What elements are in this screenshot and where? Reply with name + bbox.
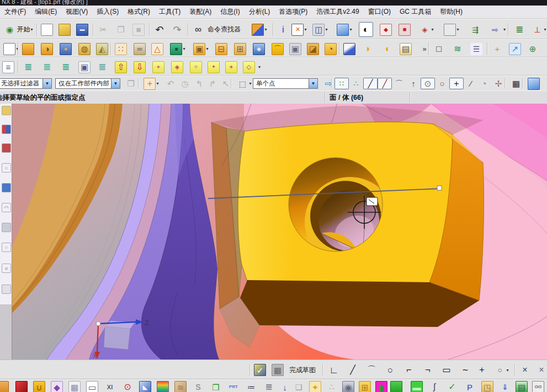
resource-bar[interactable]: ○◠○≡ [0, 104, 12, 359]
bend-button[interactable]: ⌒ [270, 41, 285, 56]
start-button-dropdown[interactable]: ▾ [30, 27, 33, 32]
boss-button[interactable]: ◍ [77, 41, 92, 56]
touch-mode-button[interactable]: ▾ [249, 22, 269, 37]
bottom-tool-8[interactable]: ◣ [138, 380, 152, 392]
pan-button[interactable]: + [490, 41, 504, 56]
bottom-tool-19[interactable]: ∴ [325, 380, 339, 392]
sidebar-tab-1[interactable] [2, 106, 11, 115]
boolean-button-dropdown[interactable]: ▾ [183, 46, 185, 51]
menu-item-9[interactable]: 分析(L) [245, 7, 275, 17]
quick-extend-button[interactable]: × [534, 363, 547, 377]
rollback-button[interactable]: ↶ [163, 78, 178, 89]
finish-sketch-icon[interactable]: ✓ [253, 363, 267, 377]
sheet-button[interactable]: ▤ [399, 41, 413, 56]
bottom-tool-23[interactable] [392, 380, 401, 392]
ellipse-button-dropdown[interactable]: ▾ [506, 368, 508, 373]
display-mode-button-dropdown[interactable]: ▾ [349, 27, 352, 32]
touch-mode-button-dropdown[interactable]: ▾ [264, 27, 267, 32]
start-button[interactable]: ◉开始▾ [1, 22, 35, 37]
sidebar-tab-3[interactable] [2, 143, 11, 153]
snap-sphere-button[interactable]: ◔ [477, 78, 491, 89]
pocket-button[interactable]: ◭ [95, 41, 109, 56]
general-selection-button-dropdown[interactable]: ▾ [156, 81, 158, 86]
bottom-tool-0[interactable] [0, 380, 10, 392]
selection-scope-combo-dropdown[interactable]: ▼ [111, 79, 120, 88]
save-button[interactable]: ▬ [75, 22, 89, 37]
menu-item-11[interactable]: 浩强工具v2.49 [312, 7, 363, 17]
line-button[interactable]: ╱ [346, 363, 360, 377]
bottom-tool-9[interactable] [156, 380, 170, 392]
move-a-button[interactable]: ↰ [192, 78, 206, 89]
sketch-env-button[interactable]: ▦ [270, 363, 285, 377]
snap-intersection-button[interactable]: + [449, 78, 464, 89]
datum-plate-6-button[interactable]: ◇ [242, 60, 256, 74]
layer-stack-2-button[interactable]: ≣ [40, 60, 54, 74]
new-file-button[interactable] [40, 22, 54, 37]
graphics-viewport[interactable]: ○◠○≡ [0, 104, 547, 359]
clock-button[interactable]: ◷ [178, 78, 192, 89]
bottom-tool-16[interactable]: ↓ [278, 380, 292, 392]
shell-button[interactable]: ◆ [252, 41, 266, 56]
form-button[interactable]: ◪ [306, 41, 320, 56]
select-all-button[interactable]: ❐ [124, 78, 138, 89]
window-style-button-dropdown[interactable]: ▾ [304, 27, 306, 32]
bottom-tool-25[interactable]: ʃ [427, 380, 442, 392]
layer-list-button[interactable]: ☰ [469, 41, 484, 56]
bottom-tool-6[interactable]: XI [103, 380, 117, 392]
more-options-dropdown[interactable]: ▾ [503, 22, 506, 37]
bottom-tool-5[interactable]: ▭ [85, 380, 99, 392]
bottom-tool-11[interactable]: S [191, 380, 205, 392]
sidebar-tab-5[interactable] [2, 183, 11, 192]
background-button[interactable]: ▾ [442, 22, 461, 37]
sidebar-tab-2[interactable] [2, 125, 11, 134]
datum-plane-button[interactable] [342, 41, 357, 56]
point-button[interactable]: + [475, 363, 489, 377]
menu-item-6[interactable]: 工具(T) [155, 7, 185, 17]
move-b-button[interactable]: ↱ [205, 78, 220, 89]
snap-center-button[interactable]: ⊙ [421, 78, 435, 89]
bottom-tool-3[interactable]: ◆ [50, 380, 64, 392]
bottom-tool-24[interactable]: ▬ [410, 380, 424, 392]
menu-item-5[interactable]: 格式(R) [123, 7, 155, 17]
bottom-tool-20[interactable]: ◉ [341, 380, 355, 392]
layer-box-button[interactable]: ▣ [77, 60, 92, 74]
open-file-button[interactable] [57, 22, 72, 37]
capture-button-dropdown[interactable]: ▾ [325, 27, 327, 32]
section-view-button[interactable]: ◈▾ [416, 22, 436, 37]
ellipse-button[interactable]: ○▾ [491, 363, 511, 377]
layer-visible-button[interactable]: ≋ [450, 41, 465, 56]
fold-button[interactable]: ◔ [323, 41, 338, 56]
capture-button[interactable]: ◫▾ [310, 22, 330, 37]
bottom-tool-31[interactable]: ʘʘ [531, 380, 545, 392]
arc-button[interactable]: ⌒ [364, 363, 379, 377]
chamfer-button[interactable]: ¬ [421, 363, 435, 377]
window-style-button[interactable]: ✕▾ [289, 22, 309, 37]
display-mode-button[interactable]: ▾ [334, 22, 354, 37]
spline-button[interactable]: ~ [458, 363, 472, 377]
split-body-button[interactable]: ◖ [380, 41, 394, 56]
sidebar-tab-4[interactable]: ○ [2, 163, 11, 173]
bottom-tool-18[interactable]: ✦ [308, 380, 322, 392]
datum-plate-2-button[interactable]: ◈ [170, 60, 184, 74]
snap-line-button[interactable]: ╱ [363, 78, 378, 89]
revolve-button[interactable]: ◑ [40, 41, 54, 56]
selection-filter-combo[interactable]: 无选择过滤器▼ [0, 78, 52, 89]
snap-tangent-button[interactable]: ∕ [464, 78, 478, 89]
menu-item-4[interactable]: 插入(S) [92, 7, 123, 17]
snap-curve-button[interactable]: ⌒ [392, 78, 406, 89]
select-region-button[interactable]: □ [432, 41, 446, 56]
bottom-tool-30[interactable]: ▤ [514, 380, 529, 392]
fit-view-button[interactable]: ⊕ [525, 41, 540, 56]
bottom-tool-21[interactable]: ⊞ [358, 380, 372, 392]
bottom-tool-28[interactable]: ◳ [480, 380, 495, 392]
bottom-tool-22[interactable]: ▮ [374, 380, 389, 392]
menu-item-8[interactable]: 信息(I) [216, 7, 244, 17]
bottom-tool-4[interactable]: ▦ [67, 380, 82, 392]
menu-item-2[interactable]: 编辑(E) [30, 7, 61, 17]
selection-scope-combo[interactable]: 仅在工作部件内部▼ [55, 78, 120, 89]
sidebar-tab-10[interactable] [2, 284, 11, 294]
sidebar-tab-8[interactable]: ○ [2, 243, 11, 252]
sidebar-tab-7[interactable] [2, 223, 11, 232]
datum-plate-1-button[interactable]: ✦ [151, 60, 166, 74]
undo-button[interactable]: ↶ [152, 22, 167, 37]
